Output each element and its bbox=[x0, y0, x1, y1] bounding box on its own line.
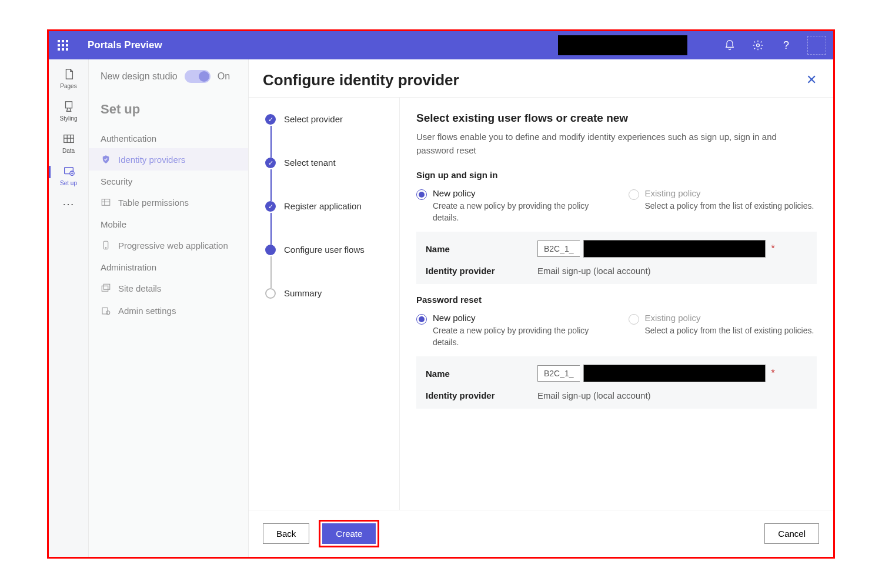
signup-signin-label: Sign up and sign in bbox=[416, 170, 817, 180]
check-icon: ✓ bbox=[265, 114, 276, 125]
left-rail: Pages Styling Data Set up ⋯ bbox=[49, 59, 89, 557]
step-select-tenant[interactable]: ✓ Select tenant bbox=[265, 158, 399, 168]
back-button[interactable]: Back bbox=[263, 523, 309, 544]
dialog-title: Configure identity provider bbox=[263, 71, 459, 89]
step-select-provider[interactable]: ✓ Select provider bbox=[265, 114, 399, 125]
pending-step-icon bbox=[265, 288, 276, 299]
pwdreset-existing-policy-radio[interactable]: Existing policy Select a policy from the… bbox=[629, 313, 817, 348]
sidebar-item-site-details[interactable]: Site details bbox=[89, 277, 248, 299]
signup-name-label: Name bbox=[426, 244, 537, 254]
help-icon[interactable]: ? bbox=[772, 31, 800, 59]
pwdreset-idp-value: Email sign-up (local account) bbox=[537, 390, 651, 400]
design-studio-toggle[interactable] bbox=[185, 70, 211, 83]
design-studio-label: New design studio bbox=[101, 71, 178, 82]
redacted-environment bbox=[558, 35, 687, 55]
form-heading: Select existing user flows or create new bbox=[416, 112, 817, 125]
check-icon: ✓ bbox=[265, 158, 276, 168]
current-step-icon bbox=[265, 245, 276, 255]
rail-more-icon[interactable]: ⋯ bbox=[62, 197, 75, 211]
name-prefix: B2C_1_ bbox=[537, 365, 580, 382]
notifications-icon[interactable] bbox=[716, 31, 744, 59]
svg-point-7 bbox=[105, 248, 106, 249]
rail-data[interactable]: Data bbox=[49, 132, 89, 154]
svg-point-0 bbox=[757, 44, 760, 47]
app-launcher-icon[interactable] bbox=[49, 31, 77, 59]
group-mobile: Mobile bbox=[89, 213, 248, 234]
signup-policy-name-input[interactable] bbox=[583, 240, 766, 258]
user-avatar[interactable] bbox=[807, 36, 826, 55]
name-prefix: B2C_1_ bbox=[537, 240, 580, 257]
close-icon[interactable]: ✕ bbox=[804, 70, 819, 90]
rail-pages[interactable]: Pages bbox=[49, 68, 89, 89]
dialog-panel: Configure identity provider ✕ ✓ Select p… bbox=[249, 59, 833, 557]
cancel-button[interactable]: Cancel bbox=[764, 523, 819, 544]
svg-rect-5 bbox=[102, 199, 110, 206]
signup-existing-policy-radio[interactable]: Existing policy Select a policy from the… bbox=[629, 188, 817, 223]
sidebar-item-admin-settings[interactable]: Admin settings bbox=[89, 299, 248, 322]
step-summary[interactable]: Summary bbox=[265, 288, 399, 299]
signup-new-policy-radio[interactable]: New policy Create a new policy by provid… bbox=[416, 188, 605, 223]
radio-selected-icon bbox=[416, 189, 427, 200]
svg-point-11 bbox=[106, 311, 110, 315]
rail-styling[interactable]: Styling bbox=[49, 100, 89, 122]
pwdreset-policy-name-input[interactable] bbox=[583, 365, 766, 382]
form-description: User flows enable you to define and modi… bbox=[416, 131, 817, 157]
create-button[interactable]: Create bbox=[322, 523, 376, 544]
rail-setup[interactable]: Set up bbox=[49, 165, 89, 186]
group-authentication: Authentication bbox=[89, 128, 248, 148]
svg-rect-8 bbox=[102, 286, 108, 291]
setup-sidebar: New design studio On Set up Authenticati… bbox=[89, 59, 249, 557]
sidebar-item-pwa[interactable]: Progressive web application bbox=[89, 234, 248, 256]
pwdreset-idp-label: Identity provider bbox=[426, 390, 537, 400]
svg-rect-10 bbox=[102, 308, 108, 315]
app-title: Portals Preview bbox=[77, 39, 162, 51]
svg-rect-9 bbox=[103, 284, 110, 289]
radio-unselected-icon bbox=[629, 189, 639, 200]
group-security: Security bbox=[89, 171, 248, 191]
step-configure-user-flows[interactable]: Configure user flows bbox=[265, 245, 399, 255]
signup-idp-label: Identity provider bbox=[426, 266, 537, 276]
settings-icon[interactable] bbox=[744, 31, 772, 59]
radio-selected-icon bbox=[416, 314, 427, 325]
sidebar-item-identity-providers[interactable]: Identity providers bbox=[89, 148, 248, 171]
svg-rect-1 bbox=[65, 102, 72, 108]
pwdreset-new-policy-radio[interactable]: New policy Create a new policy by provid… bbox=[416, 313, 605, 348]
wizard-stepper: ✓ Select provider ✓ Select tenant ✓ Regi… bbox=[249, 98, 399, 510]
check-icon: ✓ bbox=[265, 201, 276, 212]
password-reset-label: Password reset bbox=[416, 295, 817, 305]
pwdreset-name-label: Name bbox=[426, 369, 537, 379]
signup-idp-value: Email sign-up (local account) bbox=[537, 266, 651, 276]
sidebar-item-table-permissions[interactable]: Table permissions bbox=[89, 191, 248, 213]
required-indicator: * bbox=[771, 243, 775, 254]
step-register-application[interactable]: ✓ Register application bbox=[265, 201, 399, 212]
group-administration: Administration bbox=[89, 256, 248, 277]
create-button-highlight: Create bbox=[319, 520, 379, 547]
required-indicator: * bbox=[771, 368, 775, 379]
svg-rect-2 bbox=[64, 135, 74, 143]
toggle-state: On bbox=[218, 71, 230, 82]
radio-unselected-icon bbox=[629, 314, 639, 325]
sidebar-title: Set up bbox=[89, 93, 248, 128]
